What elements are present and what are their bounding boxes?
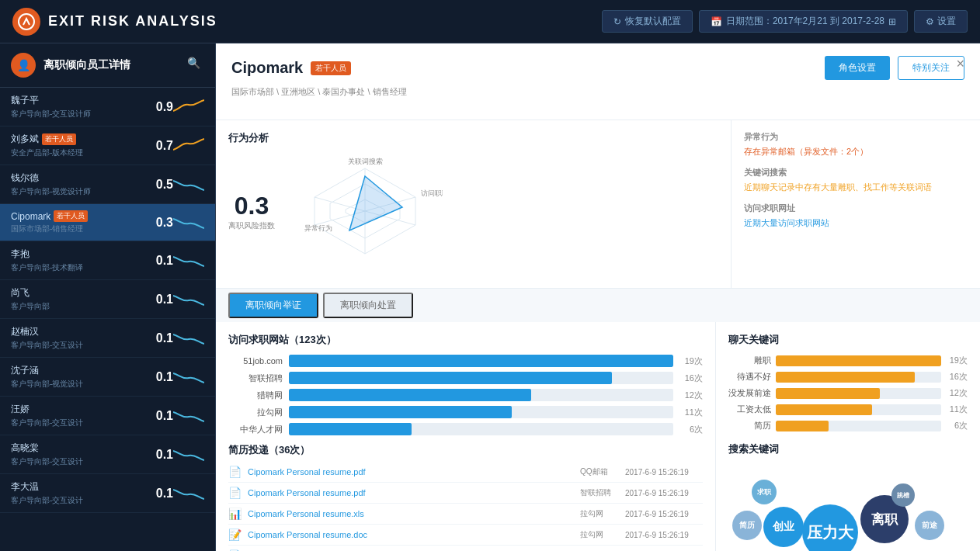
risk-score-block: 0.3 离职风险指数 (228, 192, 275, 231)
sidebar-item-dept: 客户导向部-视觉设计 (11, 379, 144, 390)
sidebar-item-score: 0.9 (150, 100, 173, 114)
sidebar-item[interactable]: 汪娇 客户导向部-交互设计 0.1 (0, 397, 215, 435)
sidebar-badge: 若干人员 (42, 133, 76, 145)
sidebar-trend-chart (173, 446, 204, 463)
sidebar-item-score: 0.7 (150, 139, 173, 153)
chat-keyword-track (776, 372, 941, 383)
chat-keyword-bar-row: 待遇不好 16次 (728, 371, 968, 383)
file-name[interactable]: Cipomark Personal resume.doc (248, 530, 574, 539)
keyword-search-value[interactable]: 近期聊天记录中存有大量雕职、找工作等关联词语 (744, 182, 968, 193)
sidebar-item-dept: 客户导向部 (11, 301, 144, 312)
url-visit-value[interactable]: 近期大量访问求职网站 (744, 217, 968, 229)
sidebar-item-dept: 客户导向部-交互设计师 (11, 109, 144, 120)
file-name[interactable]: Cipomark Personal resume.pdf (248, 467, 574, 476)
search-icon[interactable]: 🔍 (187, 57, 204, 74)
sidebar-item-name: 刘多斌 若干人员 (11, 133, 144, 146)
sidebar-item-info: 高晓棠 客户导向部-交互设计 (11, 442, 144, 467)
sidebar-item-score: 0.1 (150, 409, 173, 423)
file-name[interactable]: Cipomark Personal resume.xls (248, 509, 574, 518)
chat-keyword-label: 工资太低 (728, 404, 771, 415)
sidebar-trend-chart (173, 330, 204, 347)
job-site-bar-row: 猎聘网 12次 (228, 389, 703, 401)
chat-keyword-fill (776, 388, 880, 399)
job-site-bar-row: 51job.com 19次 (228, 355, 703, 367)
file-source: 智联招聘 (580, 487, 619, 498)
sidebar-item[interactable]: 李大温 客户导向部-交互设计 0.1 (0, 474, 215, 513)
sidebar-item-name: 汪娇 (11, 403, 144, 416)
sidebar-item[interactable]: 赵楠汉 客户导向部-交互设计 0.1 (0, 319, 215, 358)
sidebar-item[interactable]: 李抱 客户导向部-技术翻译 0.1 (0, 241, 215, 280)
svg-point-0 (19, 14, 34, 29)
file-icon: 📄 (228, 487, 242, 499)
anomaly-value[interactable]: 存在异常邮箱（异发文件：2个） (744, 146, 968, 158)
sidebar-item[interactable]: 高晓棠 客户导向部-交互设计 0.1 (0, 435, 215, 474)
chat-keyword-count: 6次 (946, 420, 968, 431)
sidebar-item-score: 0.1 (150, 293, 173, 307)
sidebar-item-info: 李大温 客户导向部-交互设计 (11, 480, 144, 506)
sidebar-item-score: 0.3 (150, 216, 173, 230)
cloud-word[interactable]: 简历 (732, 511, 762, 540)
risk-score-value: 0.3 (228, 192, 275, 220)
job-site-bar-fill (289, 355, 673, 367)
sidebar-item-dept: 客户导向部-交互设计 (11, 340, 144, 351)
cloud-word[interactable]: 前途 (915, 511, 944, 540)
sidebar-item-dept: 客户导向部-交互设计 (11, 495, 144, 506)
file-name[interactable]: Cipomark Personal resume.pdf (248, 488, 574, 497)
sidebar-item-score: 0.1 (150, 331, 173, 345)
sidebar-item-info: 李抱 客户导向部-技术翻译 (11, 248, 144, 273)
job-site-bar-track (289, 355, 673, 367)
svg-text:访问职聘网: 访问职聘网 (421, 189, 443, 197)
search-keywords-title: 搜索关键词 (728, 442, 968, 456)
tab-evidence[interactable]: 离职倾向举证 (228, 293, 318, 318)
sidebar-item-dept: 国际市场部-销售经理 (11, 224, 144, 234)
person-badge: 若干人员 (311, 61, 351, 75)
sidebar-item[interactable]: 钱尔德 客户导向部-视觉设计师 0.5 (0, 165, 215, 204)
job-site-bar-track (289, 372, 673, 384)
header-controls: ↻ 恢复默认配置 📅 日期范围：2017年2月21 到 2017-2-28 ⊞ … (602, 10, 968, 33)
follow-button[interactable]: 特别关注 (898, 56, 964, 80)
settings-button[interactable]: ⚙ 设置 (914, 10, 968, 33)
tab-disposition[interactable]: 离职倾向处置 (323, 293, 413, 318)
refresh-button[interactable]: ↻ 恢复默认配置 (602, 10, 693, 33)
chat-keyword-bar-row: 工资太低 11次 (728, 404, 968, 415)
sidebar-item-dept: 客户导向部-交互设计 (11, 418, 144, 428)
chat-keyword-label: 没发展前途 (728, 387, 771, 399)
cloud-word[interactable]: 求职 (752, 480, 777, 504)
sidebar-trend-chart (173, 214, 204, 231)
sidebar-item[interactable]: Cipomark 若干人员 国际市场部-销售经理 0.3 (0, 204, 215, 241)
sidebar-item[interactable]: 魏子平 客户导向部-交互设计师 0.9 (0, 88, 215, 126)
sidebar-trend-chart (173, 176, 204, 193)
sidebar-item[interactable]: 尚飞 客户导向部 0.1 (0, 280, 215, 319)
job-site-label: 拉勾网 (228, 407, 283, 418)
close-button[interactable]: × (956, 56, 964, 72)
sidebar-trend-chart (173, 291, 204, 308)
file-row: 📄 Cipomark Personal resume.pdf 智联招聘 2017… (228, 483, 703, 504)
cloud-word[interactable]: 跳槽 (891, 483, 915, 507)
sidebar-trend-chart (173, 137, 204, 154)
chat-keyword-fill (776, 372, 915, 383)
file-time: 2017-6-9 15:26:19 (625, 531, 703, 539)
job-site-bar-fill (289, 389, 531, 401)
file-icon: 📊 (228, 508, 242, 520)
keyword-search-label: 关键词搜索 (744, 167, 968, 178)
cloud-word[interactable]: 压力大 (802, 504, 858, 551)
radar-chart: .rl{fill:none;stroke:#dde8f0;stroke-widt… (287, 153, 443, 269)
role-setup-button[interactable]: 角色设置 (825, 56, 890, 80)
chat-keyword-count: 11次 (946, 404, 968, 415)
sidebar: 👤 离职倾向员工详情 🔍 魏子平 客户导向部-交互设计师 0.9 刘多斌 若干人… (0, 43, 216, 551)
sidebar-trend-chart (173, 369, 204, 386)
date-range-control[interactable]: 📅 日期范围：2017年2月21 到 2017-2-28 ⊞ (699, 10, 908, 33)
sidebar-title: 离职倾向员工详情 (43, 58, 130, 72)
content-area: Cipomark 若干人员 角色设置 特别关注 × 国际市场部 \ 亚洲地区 \… (216, 43, 980, 551)
sidebar-trend-chart (173, 99, 204, 116)
sidebar-item[interactable]: 沈子涵 客户导向部-视觉设计 0.1 (0, 358, 215, 397)
sidebar-item-name: Cipomark 若干人员 (11, 210, 144, 222)
chat-keyword-count: 12次 (946, 387, 968, 399)
job-site-bar-row: 智联招聘 16次 (228, 372, 703, 384)
sidebar-item[interactable]: 刘多斌 若干人员 安全产品部-版本经理 0.7 (0, 126, 215, 165)
sidebar-item-dept: 客户导向部-视觉设计师 (11, 186, 144, 197)
bottom-section: 访问求职网站（123次） 51job.com 19次 智联招聘 16次 猎聘网 … (216, 322, 980, 551)
cloud-word[interactable]: 创业 (763, 507, 804, 547)
logo: EXIT RISK ANALYSIS (12, 8, 217, 36)
gear-icon: ⚙ (926, 16, 934, 27)
